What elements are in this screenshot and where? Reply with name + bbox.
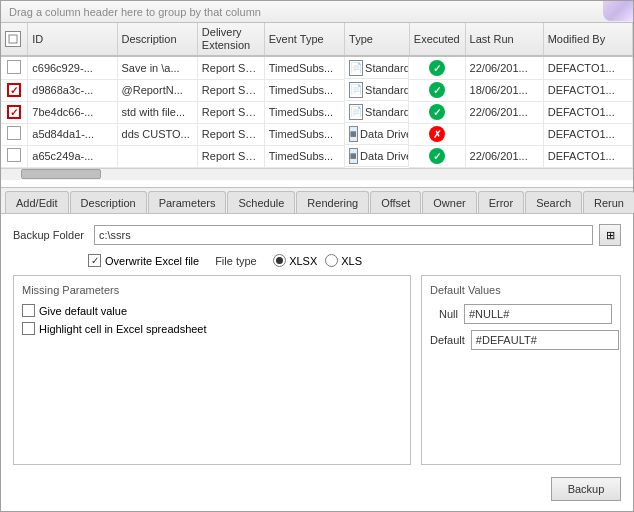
- cell-description: dds CUSTO...: [117, 123, 197, 145]
- row-checkbox[interactable]: ✓: [7, 105, 21, 119]
- drag-header: Drag a column header here to group by th…: [1, 1, 633, 23]
- cell-description: Save in \a...: [117, 56, 197, 79]
- tab-rerun[interactable]: Rerun: [583, 191, 634, 213]
- cell-id: d9868a3c-...: [28, 79, 117, 101]
- cell-delivery-extension: Report Ser...: [197, 79, 264, 101]
- tab-parameters[interactable]: Parameters: [148, 191, 227, 213]
- col-header-checkbox: [1, 23, 28, 56]
- tab-search[interactable]: Search: [525, 191, 582, 213]
- cell-modified-by: DEFACTO1...: [543, 56, 632, 79]
- cell-last-run: 22/06/201...: [465, 101, 543, 123]
- cell-id: c696c929-...: [28, 56, 117, 79]
- panels-row: Missing Parameters Give default value Hi…: [13, 275, 621, 465]
- tab-owner[interactable]: Owner: [422, 191, 476, 213]
- table-row: ✓d9868a3c-...@ReportN...Report Ser...Tim…: [1, 79, 633, 101]
- highlight-cell-label: Highlight cell in Excel spreadsheet: [39, 323, 207, 335]
- missing-params-title: Missing Parameters: [22, 284, 402, 296]
- cell-delivery-extension: Report Ser...: [197, 101, 264, 123]
- tab-add-edit[interactable]: Add/Edit: [5, 191, 69, 213]
- tab-schedule[interactable]: Schedule: [227, 191, 295, 213]
- cell-executed: ✓: [409, 145, 465, 167]
- cell-executed: ✓: [409, 101, 465, 123]
- col-header-delivery-extension[interactable]: DeliveryExtension: [197, 23, 264, 56]
- tabs-section: Add/EditDescriptionParametersScheduleRen…: [1, 188, 633, 214]
- default-values-title: Default Values: [430, 284, 612, 296]
- tab-offset[interactable]: Offset: [370, 191, 421, 213]
- null-field-input[interactable]: [464, 304, 612, 324]
- cell-delivery-extension: Report Ser...: [197, 56, 264, 79]
- col-header-type[interactable]: Type: [345, 23, 410, 56]
- cell-executed: ✓: [409, 79, 465, 101]
- folder-browse-button[interactable]: ⊞: [599, 224, 621, 246]
- xls-radio[interactable]: [325, 254, 338, 267]
- table-row: c696c929-...Save in \a...Report Ser...Ti…: [1, 56, 633, 79]
- col-header-description[interactable]: Description: [117, 23, 197, 56]
- row-checkbox[interactable]: [7, 60, 21, 74]
- xls-radio-label[interactable]: XLS: [325, 254, 362, 267]
- cell-delivery-extension: Report Ser...: [197, 123, 264, 145]
- highlight-cell-item: Highlight cell in Excel spreadsheet: [22, 322, 402, 335]
- scrollbar-thumb[interactable]: [21, 169, 101, 179]
- row-checkbox[interactable]: ✓: [7, 83, 21, 97]
- grid-type-icon: ▦: [349, 148, 358, 164]
- col-header-executed[interactable]: Executed: [409, 23, 465, 56]
- cell-description: @ReportN...: [117, 79, 197, 101]
- xlsx-radio[interactable]: [273, 254, 286, 267]
- select-all-checkbox[interactable]: [5, 31, 21, 47]
- cell-last-run: 18/06/201...: [465, 79, 543, 101]
- options-row: ✓ Overwrite Excel file File type XLSX XL…: [13, 254, 621, 267]
- success-icon: ✓: [429, 148, 445, 164]
- col-header-last-run[interactable]: Last Run: [465, 23, 543, 56]
- default-field-row: Default: [430, 330, 612, 350]
- default-values-panel: Default Values Null Default: [421, 275, 621, 465]
- tab-error[interactable]: Error: [478, 191, 524, 213]
- data-table: ID Description DeliveryExtension Event T…: [1, 23, 633, 168]
- top-right-decor: [603, 1, 633, 21]
- overwrite-excel-label[interactable]: ✓ Overwrite Excel file: [88, 254, 199, 267]
- cell-event-type: TimedSubs...: [264, 145, 344, 167]
- col-header-event-type[interactable]: Event Type: [264, 23, 344, 56]
- null-field-label: Null: [430, 308, 458, 320]
- grid-type-icon: ▦: [349, 126, 358, 142]
- null-field-row: Null: [430, 304, 612, 324]
- export-panel: Backup Folder ⊞ ✓ Overwrite Excel file F…: [1, 214, 633, 511]
- table-row: a5d84da1-...dds CUSTO...Report Ser...Tim…: [1, 123, 633, 145]
- cell-type: 📄Standard: [345, 79, 409, 101]
- cell-type: ▦Data Drive: [345, 123, 409, 145]
- cell-type: 📄Standard: [345, 57, 409, 79]
- tab-description[interactable]: Description: [70, 191, 147, 213]
- cell-type: ▦Data Drive: [345, 145, 409, 167]
- col-header-modified-by[interactable]: Modified By: [543, 23, 632, 56]
- default-field-input[interactable]: [471, 330, 619, 350]
- xlsx-radio-label[interactable]: XLSX: [273, 254, 317, 267]
- table-row: ✓7be4dc66-...std with file...Report Ser.…: [1, 101, 633, 123]
- backup-folder-row: Backup Folder ⊞: [13, 224, 621, 246]
- backup-button-row: Backup: [13, 473, 621, 501]
- overwrite-excel-text: Overwrite Excel file: [105, 255, 199, 267]
- xlsx-text: XLSX: [289, 255, 317, 267]
- overwrite-excel-checkbox[interactable]: ✓: [88, 254, 101, 267]
- cell-id: a5d84da1-...: [28, 123, 117, 145]
- tab-rendering[interactable]: Rendering: [296, 191, 369, 213]
- row-checkbox[interactable]: [7, 148, 21, 162]
- success-icon: ✓: [429, 104, 445, 120]
- folder-icon: ⊞: [606, 229, 615, 242]
- cell-event-type: TimedSubs...: [264, 101, 344, 123]
- horizontal-scrollbar[interactable]: [1, 168, 633, 180]
- col-header-id[interactable]: ID: [28, 23, 117, 56]
- backup-folder-input[interactable]: [94, 225, 593, 245]
- cell-description: [117, 145, 197, 167]
- success-icon: ✓: [429, 82, 445, 98]
- give-default-checkbox[interactable]: [22, 304, 35, 317]
- filetype-row: File type XLSX XLS: [215, 254, 362, 267]
- cell-description: std with file...: [117, 101, 197, 123]
- backup-button[interactable]: Backup: [551, 477, 621, 501]
- cell-type: 📄Standard: [345, 101, 409, 123]
- highlight-cell-checkbox[interactable]: [22, 322, 35, 335]
- cell-modified-by: DEFACTO1...: [543, 123, 632, 145]
- svg-rect-0: [9, 35, 17, 43]
- missing-params-panel: Missing Parameters Give default value Hi…: [13, 275, 411, 465]
- cell-event-type: TimedSubs...: [264, 79, 344, 101]
- row-checkbox[interactable]: [7, 126, 21, 140]
- cell-executed: ✓: [409, 56, 465, 79]
